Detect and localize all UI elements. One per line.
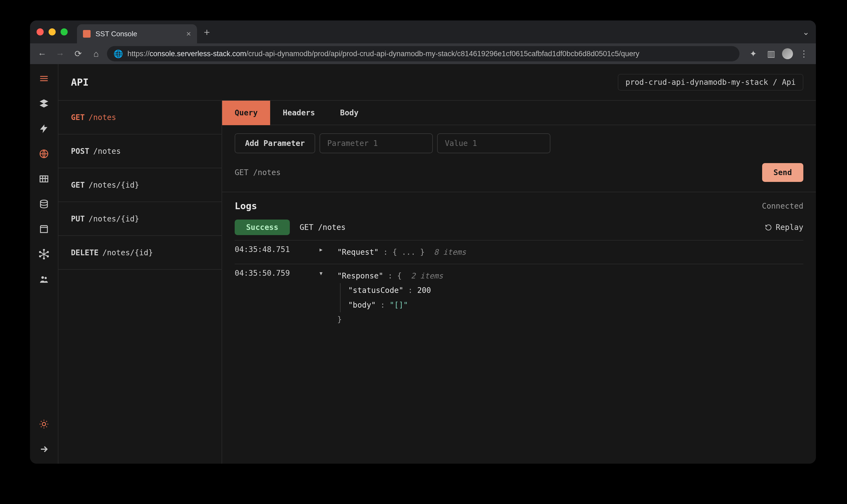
send-button[interactable]: Send [762,163,803,182]
nav-rail [30,64,58,464]
theme-toggle-icon[interactable] [39,419,49,429]
window-controls [37,29,68,35]
route-method: PUT [71,214,85,223]
main-panel: Query Headers Body Add Parameter [222,101,816,464]
close-window-button[interactable] [37,29,44,35]
svg-point-10 [41,276,44,279]
stack-path: prod-crud-api-dynamodb-my-stack / Api [625,78,796,87]
stack-selector[interactable]: prod-crud-api-dynamodb-my-stack / Api [618,74,803,91]
svg-point-9 [47,256,49,257]
svg-point-2 [40,200,47,203]
route-item[interactable]: GET /notes [58,101,222,134]
route-path: /notes [89,113,116,122]
log-row[interactable]: 04:35:48.751 ▸ "Request" : { ... } 8 ite… [235,240,803,264]
home-button[interactable]: ⌂ [89,47,103,61]
rds-icon[interactable] [39,199,49,209]
logs-title: Logs [235,200,257,211]
log-timestamp: 04:35:48.751 [235,245,306,259]
content: API prod-crud-api-dynamodb-my-stack / Ap… [58,64,816,464]
log-timestamp: 04:35:50.759 [235,269,306,277]
route-item[interactable]: PUT /notes/{id} [58,202,222,236]
add-parameter-button[interactable]: Add Parameter [235,133,315,153]
request-tabs: Query Headers Body [222,101,816,125]
route-path: /notes/{id} [89,181,139,190]
request-line: GET /notes [235,168,281,177]
logo-icon[interactable] [39,73,49,84]
route-path: /notes/{id} [89,214,139,223]
profile-avatar[interactable] [782,48,793,59]
caret-right-icon[interactable]: ▸ [319,245,324,259]
svg-point-8 [39,256,41,257]
tables-icon[interactable] [39,174,49,184]
page-title: API [71,77,89,88]
maximize-window-button[interactable] [60,29,68,35]
svg-point-4 [43,249,45,251]
page-header: API prod-crud-api-dynamodb-my-stack / Ap… [58,64,816,101]
stacks-icon[interactable] [39,98,49,109]
buckets-icon[interactable] [39,224,49,234]
request-row: GET /notes Send [222,157,816,192]
param-name-input[interactable] [319,133,433,153]
extensions-icon[interactable]: ✦ [746,47,760,61]
status-badge: Success [235,219,290,235]
svg-point-12 [42,422,46,426]
cognito-icon[interactable] [39,274,49,285]
route-item[interactable]: DELETE /notes/{id} [58,236,222,270]
svg-point-11 [45,277,47,279]
close-tab-icon[interactable]: × [186,29,191,38]
route-method: GET [71,113,85,122]
svg-rect-3 [40,228,47,233]
collapse-rail-icon[interactable] [39,444,49,454]
route-method: POST [71,147,89,156]
reload-button[interactable]: ⟳ [71,47,85,61]
favicon-icon [83,30,91,38]
log-entry-label: GET /notes [300,223,346,232]
back-button[interactable]: ← [35,47,49,61]
secure-icon: 🌐 [113,49,123,58]
url-path: /crud-api-dynamodb/prod/api/prod-crud-ap… [246,50,639,58]
log-row[interactable]: 04:35:50.759 ▾ "Response" : { 2 items [235,264,803,331]
address-bar[interactable]: 🌐 https://console.serverless-stack.com/c… [107,46,740,61]
minimize-window-button[interactable] [49,29,56,35]
route-path: /notes [93,147,121,156]
forward-button[interactable]: → [53,47,67,61]
route-path: /notes/{id} [102,248,153,257]
replay-button[interactable]: Replay [765,223,803,232]
url-host: console.serverless-stack.com [149,50,246,58]
browser-window: SST Console × ＋ ⌄ ← → ⟳ ⌂ 🌐 https://cons… [30,20,816,464]
param-value-input[interactable] [437,133,550,153]
replay-icon [765,224,772,231]
route-item[interactable]: GET /notes/{id} [58,168,222,202]
logs-panel: Logs Connected Success GET /notes Replay [222,192,816,331]
svg-point-7 [47,251,49,253]
app-root: API prod-crud-api-dynamodb-my-stack / Ap… [30,64,816,464]
url-prefix: https:// [127,50,149,58]
new-tab-button[interactable]: ＋ [202,25,212,39]
logs-status: Connected [762,201,803,211]
route-method: DELETE [71,248,99,257]
route-item[interactable]: POST /notes [58,134,222,168]
sidepanel-icon[interactable]: ▥ [764,47,778,61]
route-method: GET [71,181,85,190]
graphql-icon[interactable] [39,249,49,259]
caret-down-icon[interactable]: ▾ [319,269,324,277]
tab-title: SST Console [95,30,137,38]
browser-toolbar: ← → ⟳ ⌂ 🌐 https://console.serverless-sta… [30,43,816,64]
functions-icon[interactable] [39,124,49,134]
api-icon[interactable] [39,149,49,159]
browser-menu-icon[interactable]: ⋮ [797,47,811,61]
tab-body[interactable]: Body [328,101,371,125]
tab-headers[interactable]: Headers [270,101,328,125]
tab-query[interactable]: Query [222,101,270,125]
routes-list: GET /notes POST /notes GET /notes/{id} [58,101,222,464]
browser-titlebar: SST Console × ＋ ⌄ [30,20,816,43]
svg-point-6 [39,251,41,253]
tabs-overflow-icon[interactable]: ⌄ [802,27,812,37]
svg-point-5 [43,258,45,259]
browser-tab[interactable]: SST Console × [77,24,197,43]
params-row: Add Parameter [222,125,816,157]
